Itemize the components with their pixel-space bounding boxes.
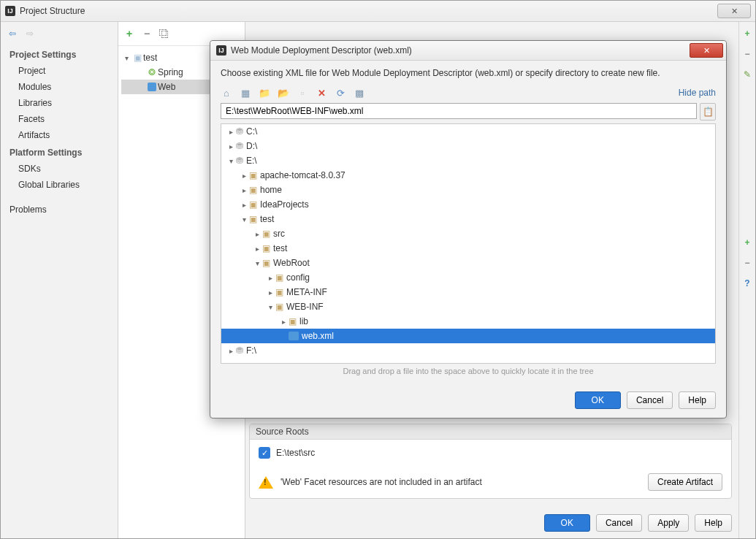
drag-hint: Drag and drop a file into the space abov… <box>221 364 716 375</box>
gutter-remove-icon[interactable]: − <box>741 48 753 60</box>
tree-file-webxml[interactable]: web.xml <box>221 329 715 343</box>
path-input-row: 📋 <box>221 103 716 121</box>
dialog-buttons: OK Cancel Apply Help <box>544 514 732 532</box>
nav-back-button[interactable]: ⇦ <box>7 28 18 39</box>
project-structure-window: IJ Project Structure ✕ ⇦ ⇨ Project Setti… <box>0 0 756 539</box>
modal-title: Web Module Deployment Descriptor (web.xm… <box>231 45 690 56</box>
sidebar-item-modules[interactable]: Modules <box>1 79 118 95</box>
titlebar: IJ Project Structure ✕ <box>1 1 755 22</box>
window-title: Project Structure <box>20 6 717 16</box>
gutter-add2-icon[interactable]: + <box>741 237 753 248</box>
tree-folder-metainf[interactable]: ▸▣META-INF <box>221 285 715 299</box>
spring-icon: ❂ <box>146 67 158 77</box>
history-button[interactable]: 📋 <box>700 103 716 121</box>
sidebar: ⇦ ⇨ Project Settings Project Modules Lib… <box>1 22 118 539</box>
modal-buttons: OK Cancel Help <box>210 381 726 418</box>
window-close-button[interactable]: ✕ <box>717 4 751 18</box>
add-facet-button[interactable]: + <box>124 28 134 39</box>
file-chooser-dialog: IJ Web Module Deployment Descriptor (web… <box>210 40 727 418</box>
tree-folder-src[interactable]: ▸▣src <box>221 226 715 241</box>
sidebar-item-problems[interactable]: Problems <box>1 202 118 218</box>
modal-titlebar: IJ Web Module Deployment Descriptor (web… <box>210 41 726 61</box>
hide-path-link[interactable]: Hide path <box>679 88 716 98</box>
tree-folder-lib[interactable]: ▸▣lib <box>221 314 715 329</box>
nav-arrows: ⇦ ⇨ <box>1 26 118 45</box>
cancel-button[interactable]: Cancel <box>596 514 642 532</box>
source-root-path: E:\test\src <box>276 448 315 458</box>
tree-folder-tomcat[interactable]: ▸▣apache-tomcat-8.0.37 <box>221 168 715 183</box>
ok-button[interactable]: OK <box>544 514 590 532</box>
right-gutter: + − ✎ + − ? <box>738 22 755 539</box>
tree-drive-c[interactable]: ▸⛃C:\ <box>221 124 715 139</box>
home-icon[interactable]: ⌂ <box>221 87 232 99</box>
source-root-checkbox[interactable]: ✓ <box>259 447 270 459</box>
source-roots-box: Source Roots ✓ E:\test\src 'Web' Facet r… <box>249 424 732 499</box>
tree-folder-test[interactable]: ▾▣test <box>221 212 715 226</box>
tree-folder-webroot[interactable]: ▾▣WebRoot <box>221 256 715 270</box>
tree-drive-e[interactable]: ▾⛃E:\ <box>221 153 715 168</box>
sidebar-header-platform: Platform Settings <box>1 143 118 161</box>
artifact-warning-row: 'Web' Facet resources are not included i… <box>250 466 731 498</box>
sidebar-item-libraries[interactable]: Libraries <box>1 95 118 111</box>
tree-folder-webinf[interactable]: ▾▣WEB-INF <box>221 299 715 314</box>
modal-logo-icon: IJ <box>216 45 226 56</box>
gutter-edit-icon[interactable]: ✎ <box>741 69 753 80</box>
tree-folder-test-sub[interactable]: ▸▣test <box>221 241 715 256</box>
xml-file-icon <box>289 332 299 340</box>
tree-drive-f[interactable]: ▸⛃F:\ <box>221 343 715 358</box>
source-root-row[interactable]: ✓ E:\test\src <box>250 440 731 466</box>
module-icon: ▣ <box>131 53 143 63</box>
web-icon <box>146 82 158 92</box>
create-artifact-button[interactable]: Create Artifact <box>648 473 722 491</box>
project-icon[interactable]: ▦ <box>240 87 251 99</box>
modal-hint: Choose existing XML file for Web Module … <box>221 68 716 78</box>
warning-icon <box>259 476 273 489</box>
copy-facet-button[interactable]: ⿻ <box>159 28 169 39</box>
help-button[interactable]: Help <box>695 514 732 532</box>
path-input[interactable] <box>221 103 697 119</box>
modal-help-button[interactable]: Help <box>679 391 716 409</box>
modal-cancel-button[interactable]: Cancel <box>627 391 673 409</box>
show-hidden-icon[interactable]: ▩ <box>354 87 365 99</box>
nav-forward-button[interactable]: ⇨ <box>24 28 36 39</box>
source-roots-header: Source Roots <box>250 424 731 440</box>
sidebar-item-facets[interactable]: Facets <box>1 111 118 127</box>
remove-facet-button[interactable]: − <box>142 28 152 39</box>
gutter-help-icon[interactable]: ? <box>741 278 753 289</box>
modal-toolbar: ⌂ ▦ 📁 📂 ▫ ✕ ⟳ ▩ Hide path <box>221 85 716 103</box>
disabled-icon: ▫ <box>297 87 308 99</box>
modal-body: Choose existing XML file for Web Module … <box>210 61 726 381</box>
delete-icon[interactable]: ✕ <box>316 87 327 99</box>
module-dir-icon[interactable]: 📂 <box>278 87 289 99</box>
new-folder-icon[interactable]: 📁 <box>259 87 270 99</box>
sidebar-item-project[interactable]: Project <box>1 63 118 79</box>
artifact-warning-text: 'Web' Facet resources are not included i… <box>280 477 641 487</box>
gutter-add-icon[interactable]: + <box>741 28 753 39</box>
modal-close-button[interactable]: ✕ <box>690 43 723 58</box>
sidebar-header-project: Project Settings <box>1 45 118 63</box>
modal-ok-button[interactable]: OK <box>575 391 621 409</box>
tree-drive-d[interactable]: ▸⛃D:\ <box>221 139 715 153</box>
sidebar-item-artifacts[interactable]: Artifacts <box>1 127 118 143</box>
gutter-remove2-icon[interactable]: − <box>741 257 753 269</box>
tree-folder-config[interactable]: ▸▣config <box>221 270 715 285</box>
refresh-icon[interactable]: ⟳ <box>335 87 346 99</box>
file-tree[interactable]: ▸⛃C:\ ▸⛃D:\ ▾⛃E:\ ▸▣apache-tomcat-8.0.37… <box>221 123 716 364</box>
tree-folder-home[interactable]: ▸▣home <box>221 183 715 197</box>
app-logo-icon: IJ <box>5 6 15 16</box>
apply-button[interactable]: Apply <box>648 514 689 532</box>
tree-folder-idea[interactable]: ▸▣IdeaProjects <box>221 197 715 212</box>
sidebar-item-sdks[interactable]: SDKs <box>1 161 118 177</box>
sidebar-item-global-libraries[interactable]: Global Libraries <box>1 177 118 193</box>
